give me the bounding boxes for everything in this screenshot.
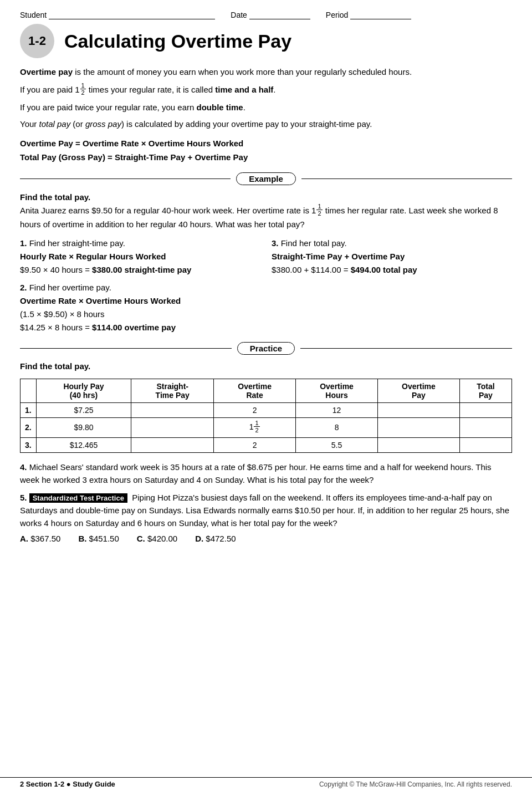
col-header-ot-pay: OvertimePay	[378, 379, 460, 402]
period-label: Period	[326, 11, 348, 19]
col-header-ot-hours: OvertimeHours	[296, 379, 378, 402]
col-header-num	[21, 379, 37, 402]
date-label: Date	[231, 11, 247, 19]
row3-hourly: $12.465	[36, 438, 131, 453]
steps-right: 3. Find her total pay. Straight-Time Pay…	[272, 237, 512, 334]
formula-block: Overtime Pay = Overtime Rate × Overtime …	[20, 136, 512, 165]
row1-hourly: $7.25	[36, 402, 131, 417]
row2-ot-rate: 112	[214, 417, 296, 437]
row3-ot-hours: 5.5	[296, 438, 378, 453]
mc-option-b: B. $451.50	[78, 534, 119, 543]
step1-header: 1. Find her straight-time pay.	[20, 237, 260, 250]
footer-left: 2 Section 1-2 ● Study Guide	[20, 780, 115, 788]
example-line-left	[20, 178, 231, 179]
steps-left: 1. Find her straight-time pay. Hourly Ra…	[20, 237, 260, 334]
col-header-ot-rate: OvertimeRate	[214, 379, 296, 402]
mc-row: A. $367.50 B. $451.50 C. $420.00 D. $472…	[20, 534, 512, 543]
step2-calc2: $14.25 × 8 hours = $114.00 overtime pay	[20, 321, 260, 334]
step2-header: 2. Find her overtime pay.	[20, 281, 260, 294]
example-scenario: Anita Juarez earns $9.50 for a regular 4…	[20, 204, 512, 232]
row3-straight	[131, 438, 214, 453]
row2-hourly: $9.80	[36, 417, 131, 437]
title-block: 1-2 Calculating Overtime Pay	[20, 24, 512, 58]
intro-p3: If you are paid twice your regular rate,…	[20, 101, 512, 114]
row2-ot-pay	[378, 417, 460, 437]
row2-num: 2.	[21, 417, 37, 437]
lesson-badge: 1-2	[20, 24, 54, 58]
practice-line-left	[20, 348, 232, 349]
example-block: Find the total pay. Anita Juarez earns $…	[20, 191, 512, 232]
mc-option-d: D. $472.50	[195, 534, 236, 543]
example-line-right	[301, 178, 512, 179]
header-line: Student Date Period	[20, 10, 512, 19]
col-header-total: TotalPay	[459, 379, 511, 402]
col-header-hourly: Hourly Pay(40 hrs)	[36, 379, 131, 402]
step1-calc: $9.50 × 40 hours = $380.00 straight-time…	[20, 263, 260, 277]
table-row: 3. $12.465 2 5.5	[21, 438, 512, 453]
table-row: 2. $9.80 112 8	[21, 417, 512, 437]
student-label: Student	[20, 11, 47, 19]
step3-calc: $380.00 + $114.00 = $494.00 total pay	[272, 263, 512, 277]
page: Student Date Period 1-2 Calculating Over…	[0, 0, 532, 796]
practice-prompt: Find the total pay.	[20, 360, 512, 373]
col-header-straight: Straight-Time Pay	[131, 379, 214, 402]
step2-sub: Overtime Rate × Overtime Hours Worked	[20, 294, 260, 308]
formula-2: Total Pay (Gross Pay) = Straight-Time Pa…	[20, 150, 512, 165]
row3-ot-pay	[378, 438, 460, 453]
steps-columns: 1. Find her straight-time pay. Hourly Ra…	[20, 237, 512, 334]
example-section-header: Example	[20, 172, 512, 185]
row2-ot-hours: 8	[296, 417, 378, 437]
period-field: Period	[326, 10, 411, 19]
word-problem-5: 5. Standardized Test Practice Piping Hot…	[20, 491, 512, 530]
standardized-badge: Standardized Test Practice	[29, 493, 127, 503]
practice-table: Hourly Pay(40 hrs) Straight-Time Pay Ove…	[20, 379, 512, 453]
row1-ot-hours: 12	[296, 402, 378, 417]
row1-straight	[131, 402, 214, 417]
footer: 2 Section 1-2 ● Study Guide Copyright © …	[0, 777, 532, 788]
word-problem-4: 4. Michael Sears' standard work week is …	[20, 461, 512, 487]
step3-sub: Straight-Time Pay + Overtime Pay	[272, 250, 512, 263]
row2-total	[459, 417, 511, 437]
row1-ot-rate: 2	[214, 402, 296, 417]
practice-label: Practice	[237, 342, 295, 355]
step2-calc1: (1.5 × $9.50) × 8 hours	[20, 308, 260, 321]
example-prompt: Find the total pay.	[20, 191, 512, 204]
intro-p1: Overtime pay is the amount of money you …	[20, 66, 512, 79]
student-field: Student	[20, 10, 215, 19]
intro-p4: Your total pay (or gross pay) is calcula…	[20, 118, 512, 131]
row3-total	[459, 438, 511, 453]
row2-straight	[131, 417, 214, 437]
footer-right: Copyright © The McGraw-Hill Companies, I…	[319, 780, 512, 788]
step1-sub: Hourly Rate × Regular Hours Worked	[20, 250, 260, 263]
row1-num: 1.	[21, 402, 37, 417]
mc-option-a: A. $367.50	[20, 534, 60, 543]
formula-1: Overtime Pay = Overtime Rate × Overtime …	[20, 136, 512, 151]
table-row: 1. $7.25 2 12	[21, 402, 512, 417]
row3-num: 3.	[21, 438, 37, 453]
row1-total	[459, 402, 511, 417]
step3-header: 3. Find her total pay.	[272, 237, 512, 250]
row1-ot-pay	[378, 402, 460, 417]
intro-p2: If you are paid 112 times your regular r…	[20, 83, 512, 97]
practice-section-header: Practice	[20, 342, 512, 355]
practice-line-right	[300, 348, 512, 349]
table-header-row: Hourly Pay(40 hrs) Straight-Time Pay Ove…	[21, 379, 512, 402]
mc-option-c: C. $420.00	[137, 534, 177, 543]
date-field: Date	[231, 10, 310, 19]
example-label: Example	[236, 172, 296, 185]
row3-ot-rate: 2	[214, 438, 296, 453]
page-title: Calculating Overtime Pay	[64, 30, 291, 52]
